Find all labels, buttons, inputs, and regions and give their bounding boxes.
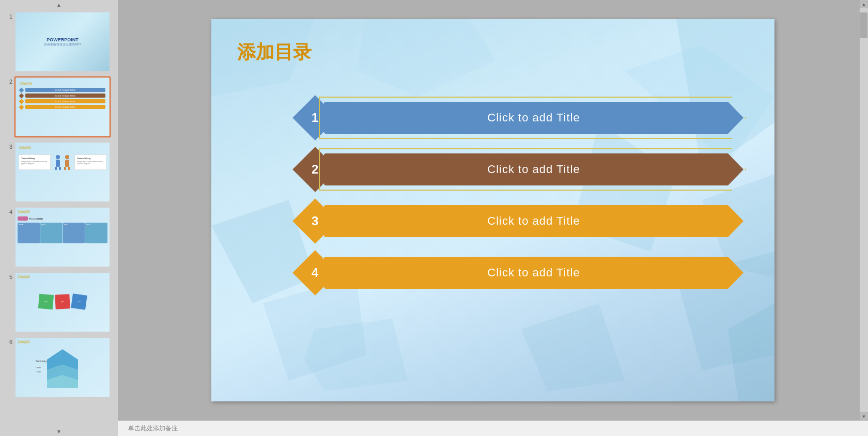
main-area: ▲ ▼ 添加目录 (118, 0, 868, 436)
thumb-row-3: CLICK TO ADD TITLE (20, 99, 105, 103)
svg-rect-3 (59, 167, 61, 170)
thumb-row-1: CLICK TO ADD TITLE (20, 88, 105, 92)
svg-rect-6 (64, 167, 66, 170)
thumb-diamond-4 (19, 104, 24, 110)
item-1-bar[interactable]: Click to add Title (324, 102, 743, 134)
slide-preview-1[interactable]: POWERPOINT 百色泰斯营营业义通情PPT (14, 11, 111, 72)
item-1-num: 1 (312, 111, 318, 125)
scroll-down-arrow[interactable]: ▼ (0, 427, 118, 436)
svg-marker-24 (728, 303, 774, 401)
svg-text:Summary: Summary (36, 360, 47, 363)
thumb-bar-4: CLICK TO ADD TITLE (25, 105, 105, 109)
svg-marker-23 (304, 319, 408, 391)
thumb-row-4: CLICK TO ADD TITLE (20, 105, 105, 109)
right-scrollbar[interactable]: ▲ ▼ (860, 0, 868, 421)
slide-thumb-1[interactable]: 1 POWERPOINT 百色泰斯营营业义通情PPT (4, 11, 114, 72)
item-3-text: Click to add Title (487, 214, 580, 228)
toc-item-1[interactable]: 1 Click to add Title (304, 99, 743, 136)
toc-item-2[interactable]: 2 Click to add Title (304, 151, 743, 188)
thumb-bar-2: CLICK TO ADD TITLE (25, 94, 105, 98)
slide-panel: ▲ 1 POWERPOINT 百色泰斯营营业义通情PPT 2 添加目录 CLIC… (0, 0, 118, 436)
slide-num-3: 3 (4, 144, 12, 150)
thumb-bar-3: CLICK TO ADD TITLE (25, 99, 105, 103)
slide-preview-2[interactable]: 添加目录 CLICK TO ADD TITLE CLICK TO ADD TIT… (14, 76, 111, 137)
slide-preview-4[interactable]: 添加副录 ... PresentB(001) Item A Item B Ite… (14, 207, 111, 268)
scroll-track (860, 8, 868, 412)
slide-thumb-6[interactable]: 6 添加副录 Summary • item • item (4, 337, 114, 398)
slide-thumb-5[interactable]: 5 添加副录 ABC DEF GHI (4, 272, 114, 333)
item-1-text: Click to add Title (487, 111, 580, 124)
notes-placeholder[interactable]: 单击此处添加备注 (128, 424, 178, 433)
slide-thumb-4[interactable]: 4 添加副录 ... PresentB(001) Item A Item B I… (4, 207, 114, 268)
svg-point-0 (56, 155, 60, 159)
bottom-notes-bar[interactable]: 单击此处添加备注 (118, 421, 868, 436)
toc-item-4[interactable]: 4 Click to add Title (304, 254, 743, 291)
scroll-thumb[interactable] (860, 12, 867, 38)
thumb-diamond-2 (19, 93, 24, 98)
thumb-2-label: 添加目录 (20, 82, 105, 86)
svg-rect-2 (55, 167, 57, 170)
svg-marker-20 (521, 303, 625, 391)
scroll-up-arrow[interactable]: ▲ (0, 0, 118, 9)
thumb-4-label: 添加副录 (18, 210, 107, 214)
svg-marker-25 (356, 19, 495, 97)
slide-num-2: 2 (4, 79, 12, 85)
thumb-1-title: POWERPOINT (47, 37, 79, 42)
slide-num-4: 4 (4, 209, 12, 215)
slide-preview-5[interactable]: 添加副录 ABC DEF GHI (14, 272, 111, 333)
item-3-bar[interactable]: Click to add Title (324, 205, 743, 237)
svg-text:• item: • item (36, 366, 41, 369)
slide-preview-6[interactable]: 添加副录 Summary • item • item (14, 337, 111, 398)
item-2-text: Click to add Title (487, 163, 580, 176)
slide-area: ▲ ▼ 添加目录 (118, 0, 868, 421)
thumb-diamond-1 (19, 87, 24, 92)
svg-rect-7 (68, 167, 70, 170)
toc-item-3[interactable]: 3 Click to add Title (304, 203, 743, 240)
thumb-bar-1: CLICK TO ADD TITLE (25, 88, 105, 92)
item-3-num: 3 (312, 214, 318, 228)
thumb-6-label: 添加副录 (18, 340, 107, 345)
slide-num-1: 1 (4, 13, 12, 20)
item-2-bar[interactable]: Click to add Title (324, 153, 743, 185)
slide-num-6: 6 (4, 339, 12, 345)
svg-rect-5 (65, 160, 69, 167)
scroll-down-button[interactable]: ▼ (860, 412, 868, 421)
slide-num-5: 5 (4, 274, 12, 280)
toc-items-container: 1 Click to add Title 2 (304, 99, 743, 291)
thumb-diamond-3 (19, 99, 24, 104)
thumb-3-label: 添加副录 (19, 146, 106, 150)
item-2-num: 2 (312, 162, 318, 177)
item-4-bar[interactable]: Click to add Title (324, 257, 743, 289)
svg-text:• item: • item (36, 370, 41, 373)
slide-preview-3[interactable]: 添加副录 ThemeGallery Design Digital Content… (14, 142, 111, 203)
slide-thumb-2[interactable]: 2 添加目录 CLICK TO ADD TITLE CLICK TO ADD T… (4, 76, 114, 137)
scroll-up-button[interactable]: ▲ (860, 0, 868, 8)
svg-rect-1 (56, 160, 60, 167)
item-4-text: Click to add Title (487, 266, 580, 279)
slide-canvas[interactable]: 添加目录 1 Click to add Title (211, 19, 774, 401)
item-4-num: 4 (312, 266, 318, 280)
slide-title[interactable]: 添加目录 (237, 40, 312, 65)
thumb-row-2: CLICK TO ADD TITLE (20, 94, 105, 98)
slides-list: 1 POWERPOINT 百色泰斯营营业义通情PPT 2 添加目录 CLICK … (0, 9, 118, 427)
thumb-5-label: 添加副录 (18, 275, 107, 279)
slide-thumb-3[interactable]: 3 添加副录 ThemeGallery Design Digital Conte… (4, 142, 114, 203)
thumb-1-sub: 百色泰斯营营业义通情PPT (44, 42, 81, 47)
svg-point-4 (65, 155, 69, 159)
